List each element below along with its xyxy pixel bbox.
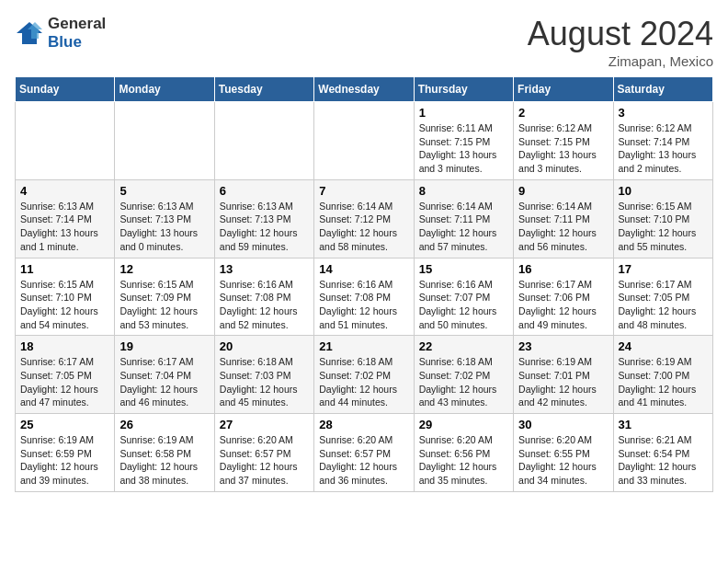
day-info: Sunrise: 6:11 AM Sunset: 7:15 PM Dayligh… [419,121,508,176]
calendar-cell: 22Sunrise: 6:18 AM Sunset: 7:02 PM Dayli… [414,336,513,414]
calendar-cell: 5Sunrise: 6:13 AM Sunset: 7:13 PM Daylig… [115,179,214,258]
day-info: Sunrise: 6:14 AM Sunset: 7:12 PM Dayligh… [319,200,408,254]
calendar-cell [214,102,313,180]
logo-blue: Blue [48,33,82,51]
calendar-week-row: 18Sunrise: 6:17 AM Sunset: 7:05 PM Dayli… [16,336,713,414]
calendar-cell: 1Sunrise: 6:11 AM Sunset: 7:15 PM Daylig… [414,102,513,180]
day-number: 26 [119,418,209,431]
calendar-cell: 17Sunrise: 6:17 AM Sunset: 7:05 PM Dayli… [613,258,712,336]
calendar-week-row: 25Sunrise: 6:19 AM Sunset: 6:59 PM Dayli… [16,414,713,492]
day-number: 29 [419,418,508,431]
day-info: Sunrise: 6:17 AM Sunset: 7:05 PM Dayligh… [619,278,708,332]
calendar-cell: 29Sunrise: 6:20 AM Sunset: 6:56 PM Dayli… [414,414,513,492]
day-number: 7 [319,184,408,198]
calendar-table: SundayMondayTuesdayWednesdayThursdayFrid… [15,76,713,492]
calendar-cell: 12Sunrise: 6:15 AM Sunset: 7:09 PM Dayli… [115,258,214,336]
calendar-cell: 21Sunrise: 6:18 AM Sunset: 7:02 PM Dayli… [314,336,414,414]
day-info: Sunrise: 6:18 AM Sunset: 7:03 PM Dayligh… [220,355,309,409]
day-info: Sunrise: 6:20 AM Sunset: 6:56 PM Dayligh… [419,433,508,488]
calendar-header-tuesday: Tuesday [214,77,313,102]
day-info: Sunrise: 6:17 AM Sunset: 7:05 PM Dayligh… [20,355,109,409]
day-info: Sunrise: 6:19 AM Sunset: 6:59 PM Dayligh… [20,433,109,488]
calendar-week-row: 4Sunrise: 6:13 AM Sunset: 7:14 PM Daylig… [16,179,713,258]
day-info: Sunrise: 6:18 AM Sunset: 7:02 PM Dayligh… [319,355,408,409]
calendar-cell: 8Sunrise: 6:14 AM Sunset: 7:11 PM Daylig… [414,179,513,258]
day-number: 22 [419,339,508,353]
calendar-header-saturday: Saturday [613,77,712,102]
calendar-cell: 30Sunrise: 6:20 AM Sunset: 6:55 PM Dayli… [514,414,613,492]
calendar-cell: 28Sunrise: 6:20 AM Sunset: 6:57 PM Dayli… [314,414,414,492]
logo: General Blue [15,15,106,52]
day-info: Sunrise: 6:20 AM Sunset: 6:57 PM Dayligh… [319,433,408,488]
calendar-cell: 9Sunrise: 6:14 AM Sunset: 7:11 PM Daylig… [514,179,613,258]
calendar-cell [16,102,115,180]
day-number: 9 [518,184,608,198]
day-info: Sunrise: 6:20 AM Sunset: 6:57 PM Dayligh… [220,433,309,488]
calendar-cell: 18Sunrise: 6:17 AM Sunset: 7:05 PM Dayli… [16,336,115,414]
calendar-cell: 23Sunrise: 6:19 AM Sunset: 7:01 PM Dayli… [514,336,613,414]
day-info: Sunrise: 6:15 AM Sunset: 7:10 PM Dayligh… [619,200,708,254]
calendar-body: 1Sunrise: 6:11 AM Sunset: 7:15 PM Daylig… [16,102,713,492]
day-info: Sunrise: 6:17 AM Sunset: 7:04 PM Dayligh… [119,355,209,409]
day-number: 25 [20,418,109,431]
day-number: 8 [419,184,508,198]
calendar-cell: 20Sunrise: 6:18 AM Sunset: 7:03 PM Dayli… [214,336,313,414]
title-area: August 2024 Zimapan, Mexico [528,15,713,69]
day-info: Sunrise: 6:19 AM Sunset: 6:58 PM Dayligh… [119,433,209,488]
day-number: 10 [619,184,708,198]
calendar-cell: 10Sunrise: 6:15 AM Sunset: 7:10 PM Dayli… [613,179,712,258]
day-info: Sunrise: 6:17 AM Sunset: 7:06 PM Dayligh… [518,278,608,332]
day-info: Sunrise: 6:14 AM Sunset: 7:11 PM Dayligh… [518,200,608,254]
day-info: Sunrise: 6:12 AM Sunset: 7:15 PM Dayligh… [518,121,608,176]
day-info: Sunrise: 6:16 AM Sunset: 7:08 PM Dayligh… [319,278,408,332]
day-number: 27 [220,418,309,431]
logo-general: General [48,15,106,32]
day-info: Sunrise: 6:12 AM Sunset: 7:14 PM Dayligh… [619,121,708,176]
calendar-cell: 7Sunrise: 6:14 AM Sunset: 7:12 PM Daylig… [314,179,414,258]
day-number: 17 [619,262,708,276]
calendar-header-row: SundayMondayTuesdayWednesdayThursdayFrid… [16,77,713,102]
day-number: 4 [20,184,109,198]
day-number: 2 [518,106,608,120]
day-info: Sunrise: 6:20 AM Sunset: 6:55 PM Dayligh… [518,433,608,488]
day-info: Sunrise: 6:13 AM Sunset: 7:14 PM Dayligh… [20,200,109,254]
calendar-cell: 25Sunrise: 6:19 AM Sunset: 6:59 PM Dayli… [16,414,115,492]
calendar-cell: 11Sunrise: 6:15 AM Sunset: 7:10 PM Dayli… [16,258,115,336]
calendar-cell: 6Sunrise: 6:13 AM Sunset: 7:13 PM Daylig… [214,179,313,258]
day-number: 6 [220,184,309,198]
calendar-cell: 31Sunrise: 6:21 AM Sunset: 6:54 PM Dayli… [613,414,712,492]
calendar-cell [314,102,414,180]
day-info: Sunrise: 6:13 AM Sunset: 7:13 PM Dayligh… [119,200,209,254]
day-info: Sunrise: 6:19 AM Sunset: 7:01 PM Dayligh… [518,355,608,409]
day-number: 21 [319,339,408,353]
calendar-cell: 16Sunrise: 6:17 AM Sunset: 7:06 PM Dayli… [514,258,613,336]
calendar-header-wednesday: Wednesday [314,77,414,102]
day-number: 28 [319,418,408,431]
day-info: Sunrise: 6:15 AM Sunset: 7:09 PM Dayligh… [119,278,209,332]
calendar-week-row: 1Sunrise: 6:11 AM Sunset: 7:15 PM Daylig… [16,102,713,180]
calendar-cell: 14Sunrise: 6:16 AM Sunset: 7:08 PM Dayli… [314,258,414,336]
day-number: 19 [119,339,209,353]
day-number: 18 [20,339,109,353]
calendar-header-sunday: Sunday [16,77,115,102]
calendar-cell: 13Sunrise: 6:16 AM Sunset: 7:08 PM Dayli… [214,258,313,336]
calendar-cell: 26Sunrise: 6:19 AM Sunset: 6:58 PM Dayli… [115,414,214,492]
calendar-cell: 4Sunrise: 6:13 AM Sunset: 7:14 PM Daylig… [16,179,115,258]
day-number: 1 [419,106,508,120]
day-info: Sunrise: 6:15 AM Sunset: 7:10 PM Dayligh… [20,278,109,332]
day-number: 24 [619,339,708,353]
day-number: 30 [518,418,608,431]
day-info: Sunrise: 6:16 AM Sunset: 7:08 PM Dayligh… [220,278,309,332]
logo-icon [15,20,44,46]
day-number: 13 [220,262,309,276]
month-year-title: August 2024 [528,15,713,53]
day-number: 16 [518,262,608,276]
day-info: Sunrise: 6:16 AM Sunset: 7:07 PM Dayligh… [419,278,508,332]
day-number: 31 [619,418,708,431]
calendar-cell: 27Sunrise: 6:20 AM Sunset: 6:57 PM Dayli… [214,414,313,492]
day-number: 5 [119,184,209,198]
day-number: 20 [220,339,309,353]
day-number: 23 [518,339,608,353]
day-info: Sunrise: 6:14 AM Sunset: 7:11 PM Dayligh… [419,200,508,254]
calendar-cell: 24Sunrise: 6:19 AM Sunset: 7:00 PM Dayli… [613,336,712,414]
